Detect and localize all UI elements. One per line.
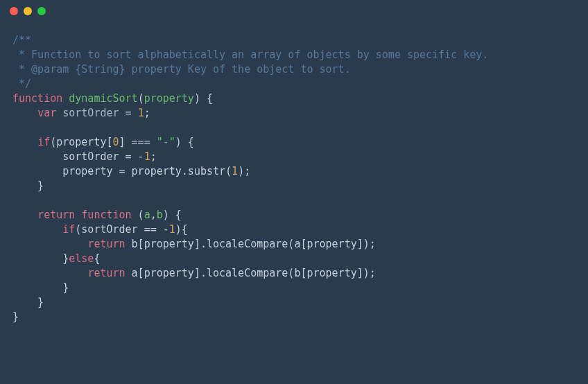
punct: ,	[150, 209, 157, 221]
brace: {	[182, 136, 194, 148]
statement: property = property.substr(	[62, 165, 232, 177]
number: 1	[138, 107, 144, 119]
indent	[12, 252, 62, 265]
indent	[12, 209, 37, 221]
comment-line: */	[12, 78, 31, 90]
comment-line: /**	[12, 34, 31, 46]
space	[126, 267, 132, 279]
variable: sortOrder	[62, 107, 119, 119]
number: 1	[232, 165, 238, 177]
minimize-dot-icon[interactable]	[24, 7, 32, 15]
statement: sortOrder = -	[62, 150, 144, 163]
punct: ;	[150, 150, 157, 163]
function-name: dynamicSort	[69, 92, 137, 105]
expression: a[property].localeCompare(b[property]);	[132, 267, 376, 279]
punct: ]	[119, 136, 126, 148]
condition: (sortOrder == -	[75, 223, 168, 236]
punct: [	[106, 136, 112, 148]
keyword-else: else	[69, 252, 94, 265]
param: a	[144, 209, 150, 221]
indent	[12, 150, 62, 163]
keyword-var: var	[37, 107, 56, 119]
expression: b[property].localeCompare(a[property]);	[132, 238, 376, 250]
keyword-if: if	[37, 136, 50, 148]
close-dot-icon[interactable]	[10, 7, 18, 15]
comment-line: * Function to sort alphabetically an arr…	[12, 49, 469, 61]
punct: ){	[175, 223, 188, 236]
keyword-return: return	[37, 209, 75, 221]
space	[126, 238, 132, 250]
indent	[12, 267, 87, 279]
string: "-"	[157, 136, 175, 148]
indent	[12, 238, 87, 250]
comment-line: * @param {String} property Key of the ob…	[12, 63, 351, 76]
brace: }	[12, 296, 44, 308]
keyword-return: return	[87, 267, 125, 279]
punct: (	[132, 209, 144, 221]
param: b	[157, 209, 163, 221]
punct: =	[119, 107, 138, 119]
space	[62, 92, 69, 105]
comment-line: e	[469, 49, 476, 61]
brace: }	[12, 281, 69, 294]
identifier: property	[56, 136, 106, 148]
comment-line: y.	[476, 49, 488, 61]
keyword-return: return	[87, 238, 125, 250]
brace: }	[12, 180, 44, 192]
space	[56, 107, 62, 119]
punct: )	[175, 136, 182, 148]
window-titlebar	[0, 0, 588, 22]
punct: )	[194, 92, 200, 105]
punct: (	[50, 136, 56, 148]
indent	[12, 223, 62, 236]
code-editor[interactable]: /** * Function to sort alphabetically an…	[0, 22, 588, 335]
space	[75, 209, 81, 221]
brace: {	[200, 92, 213, 105]
keyword-if: if	[62, 223, 75, 236]
keyword-function: function	[12, 92, 62, 105]
keyword-function: function	[81, 209, 131, 221]
maximize-dot-icon[interactable]	[37, 7, 46, 15]
punct: ;	[144, 107, 150, 119]
indent	[12, 165, 62, 177]
statement: );	[238, 165, 250, 177]
punct: (	[138, 92, 144, 105]
number: 1	[144, 150, 150, 163]
brace: }	[62, 252, 69, 265]
brace: {	[94, 252, 100, 265]
indent	[12, 136, 37, 148]
param: property	[144, 92, 194, 105]
brace: }	[12, 311, 19, 323]
number: 1	[169, 223, 175, 236]
indent	[12, 107, 37, 119]
punct: ) {	[163, 209, 182, 221]
operator: ===	[126, 136, 157, 148]
number: 0	[113, 136, 119, 148]
